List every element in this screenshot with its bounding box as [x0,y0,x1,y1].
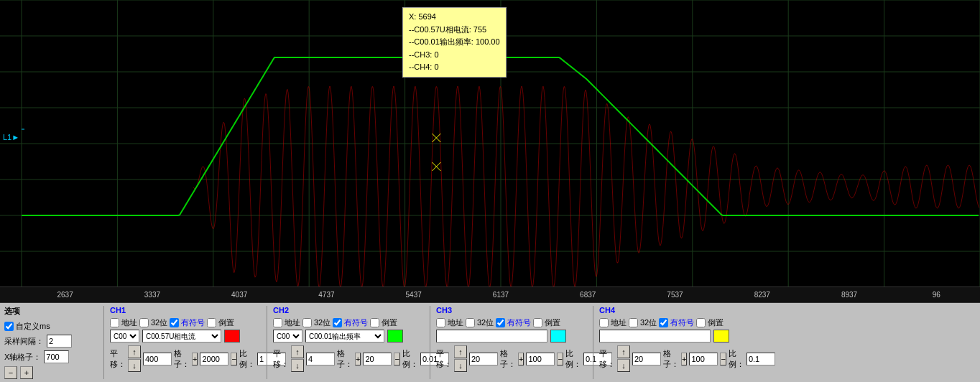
ch4-title: CH4 [599,306,750,315]
ch1-addr-check[interactable] [110,318,119,327]
ch3-offset-down[interactable]: ↓ [454,359,467,372]
xgrid-row: X轴格子： [4,350,98,363]
x-tick-0: 2637 [22,291,108,299]
ch3-bottom: 平移： ↑ ↓ 格子： + − 比例： [436,345,587,372]
xgrid-dec-btn[interactable]: − [4,366,17,379]
ch3-select-row [436,330,587,343]
ch4-color-box[interactable] [713,330,729,343]
ch2-channel-select[interactable]: C00.01输出频率 [305,330,384,343]
ch1-grid-input[interactable] [200,353,228,365]
ch4-addr-check[interactable] [599,318,609,327]
ch2-offset-input[interactable] [306,353,335,365]
sample-input[interactable] [47,335,72,348]
ch1-color-box[interactable] [224,330,240,343]
x-tick-8: 8237 [718,291,805,299]
ch2-addr-label: 地址 [285,317,300,328]
ch4-grid-input[interactable] [689,353,718,365]
chart-area: X: 5694 --C00.57U相电流: 755 --C00.01输出频率: … [0,0,980,287]
ch4-32bit-check[interactable] [629,318,638,327]
ch2-invert-check[interactable] [370,318,379,327]
ch2-checks: 地址 32位 有符号 倒置 [273,317,424,328]
ch1-signed-check[interactable] [170,318,179,327]
ch4-invert-check[interactable] [696,318,706,327]
ch1-select-row: C00 C00.57U相电流 [110,330,261,343]
ch1-grid-minus[interactable]: − [231,353,236,365]
ch3-offset-label: 平移： [436,348,452,370]
ch1-grid-label: 格子： [174,348,190,370]
ch2-grid-plus[interactable]: + [355,353,361,365]
ch1-coo-select[interactable]: C00 [110,330,139,343]
ch4-addr-label: 地址 [611,317,627,328]
ch3-addr-check[interactable] [436,318,445,327]
xgrid-btns: − + [4,366,98,379]
ch1-offset-down[interactable]: ↓ [128,359,141,372]
ch3-32bit-check[interactable] [466,318,475,327]
ch1-offset-label: 平移： [110,348,126,370]
divider-4 [593,306,593,379]
ch3-checks: 地址 32位 有符号 倒置 [436,317,587,328]
ch4-scale-label: 比例： [729,348,744,370]
xgrid-input[interactable] [44,350,69,363]
ch1-channel-select[interactable]: C00.57U相电流 [142,330,221,343]
ch4-offset-up[interactable]: ↑ [617,345,630,358]
x-tick-5: 6137 [457,291,544,299]
sample-label: 采样间隔： [4,336,44,347]
tooltip-ch4: --CH4: 0 [409,61,500,74]
ch2-invert-label: 倒置 [382,317,397,328]
ch2-signed-check[interactable] [333,318,342,327]
ch3-grid-minus[interactable]: − [557,353,563,365]
ch3-grid-input[interactable] [526,353,555,365]
ch3-invert-check[interactable] [533,318,542,327]
ch2-grid-input[interactable] [363,353,392,365]
ch2-grid-minus[interactable]: − [394,353,399,365]
ch2-coo-select[interactable]: C00 [273,330,302,343]
ch4-offset-down[interactable]: ↓ [617,359,630,372]
xgrid-inc-btn[interactable]: + [20,366,33,379]
ch4-grid-plus[interactable]: + [681,353,687,365]
ch1-offset-up[interactable]: ↑ [128,345,141,358]
ch1-32bit-check[interactable] [139,318,149,327]
ch2-addr-check[interactable] [273,318,282,327]
options-section: 选项 自定义ms 采样间隔： X轴格子： − + [4,306,98,379]
ch4-offset-input[interactable] [632,353,661,365]
ch1-grid-plus[interactable]: + [192,353,198,365]
ch2-scale-label: 比例： [402,348,418,370]
ch4-scale-input[interactable] [746,353,775,365]
x-tick-10: 96 [893,291,980,299]
ch4-32bit-label: 32位 [640,317,657,328]
ch1-offset-input[interactable] [143,353,172,365]
x-tick-4: 5437 [370,291,457,299]
ch4-grid-label: 格子： [663,348,679,370]
ch3-channel-input[interactable] [436,330,547,343]
ch2-32bit-check[interactable] [302,318,312,327]
ch1-invert-label: 倒置 [218,317,234,328]
custom-ms-checkbox[interactable] [4,322,14,331]
ch2-color-box[interactable] [387,330,403,343]
ch4-channel-input[interactable] [599,330,711,343]
ch4-bottom: 平移： ↑ ↓ 格子： + − 比例： [599,345,750,372]
ch1-title: CH1 [110,306,261,315]
controls-panel: 选项 自定义ms 采样间隔： X轴格子： − + CH1 地址 32位 有符号 [0,303,980,382]
x-tick-1: 3337 [108,291,195,299]
ch2-offset-down[interactable]: ↓ [291,359,304,372]
ch2-bottom: 平移： ↑ ↓ 格子： + − 比例： [273,345,424,372]
ch3-signed-check[interactable] [496,318,505,327]
ch3-offset-input[interactable] [469,353,498,365]
ch1-checks: 地址 32位 有符号 倒置 [110,317,261,328]
ch2-grid-label: 格子： [337,348,353,370]
ch1-section: CH1 地址 32位 有符号 倒置 C00 C00.57U相电流 平移： ↑ ↓ [110,306,261,379]
ch2-32bit-label: 32位 [314,317,330,328]
ch2-select-row: C00 C00.01输出频率 [273,330,424,343]
ch3-offset-up[interactable]: ↑ [454,345,467,358]
ch4-grid-minus[interactable]: − [720,353,726,365]
ch4-invert-label: 倒置 [708,317,724,328]
ch3-color-box[interactable] [550,330,566,343]
ch2-offset-label: 平移： [273,348,289,370]
ch3-grid-plus[interactable]: + [518,353,524,365]
ch4-signed-check[interactable] [659,318,668,327]
ch3-32bit-label: 32位 [477,317,494,328]
ch1-scale-label: 比例： [239,348,255,370]
ch2-offset-up[interactable]: ↑ [291,345,304,358]
ch1-invert-check[interactable] [207,318,216,327]
sample-row: 采样间隔： [4,335,98,348]
